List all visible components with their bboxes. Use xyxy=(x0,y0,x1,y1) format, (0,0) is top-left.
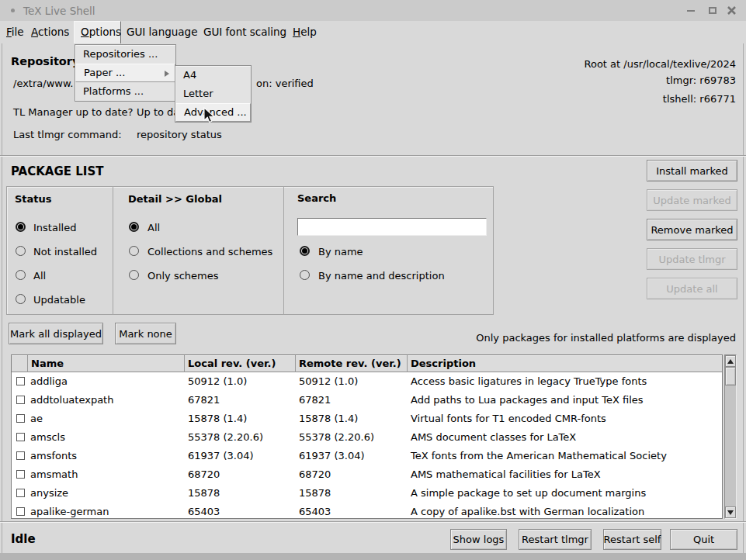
search-input[interactable] xyxy=(297,218,487,236)
radio-collections-schemes-label: Collections and schemes xyxy=(147,246,272,258)
table-row[interactable]: addtoluatexpath 67821 67821 Add paths to… xyxy=(12,391,722,410)
update-all-button[interactable]: Update all xyxy=(647,278,737,299)
detail-group-label: Detail >> Global xyxy=(128,193,222,205)
menu-options[interactable]: Options xyxy=(81,21,121,43)
titlebar: TeX Live Shell xyxy=(0,0,746,21)
cell-local-rev: 15878 (1.4) xyxy=(188,413,247,424)
uptodate-label: TL Manager up to date? xyxy=(13,106,133,118)
scroll-up-button[interactable] xyxy=(725,355,736,367)
menu-gui-language[interactable]: GUI language xyxy=(127,21,197,43)
update-marked-button[interactable]: Update marked xyxy=(647,189,737,211)
repository-verification: on: verified xyxy=(256,78,314,89)
tlshell-revision: tlshell: r66771 xyxy=(663,93,736,105)
cell-remote-rev: 55378 (2.20.6) xyxy=(299,431,374,443)
header-local-rev: Local rev. (ver.) xyxy=(185,355,296,372)
radio-all-status[interactable] xyxy=(16,270,26,280)
options-dropdown-menu: Repositories ... Paper ... Platforms ... xyxy=(75,44,176,102)
cell-local-rev: 68720 xyxy=(188,468,220,480)
menu-item-paper[interactable]: Paper ... xyxy=(75,64,175,82)
radio-installed-label: Installed xyxy=(33,222,76,233)
table-row[interactable]: amsmath 68720 68720 AMS mathematical fac… xyxy=(12,465,722,484)
radio-by-name-description[interactable] xyxy=(300,270,310,280)
cell-remote-rev: 15878 xyxy=(299,487,331,499)
section-divider xyxy=(0,155,746,157)
row-checkbox[interactable] xyxy=(16,451,25,460)
menu-actions[interactable]: Actions xyxy=(31,21,69,43)
scrollbar-thumb[interactable] xyxy=(725,367,736,385)
menu-item-platforms[interactable]: Platforms ... xyxy=(75,82,175,101)
section-divider xyxy=(0,521,746,523)
table-row[interactable]: apalike-german 65403 65403 A copy of apa… xyxy=(12,503,722,519)
table-row[interactable]: addliga 50912 (1.0) 50912 (1.0) Access b… xyxy=(12,372,722,391)
close-button[interactable] xyxy=(721,0,741,21)
tlmgr-revision: tlmgr: r69783 xyxy=(666,74,736,86)
table-row[interactable]: ae 15878 (1.4) 15878 (1.4) Virtual fonts… xyxy=(12,410,722,428)
radio-by-name[interactable] xyxy=(300,246,310,256)
row-checkbox[interactable] xyxy=(16,489,25,497)
cell-description: TeX fonts from the American Mathematical… xyxy=(411,450,667,461)
root-path: Root at /usr/local/texlive/2024 xyxy=(584,58,736,70)
quit-button[interactable]: Quit xyxy=(670,529,737,550)
minimize-button[interactable] xyxy=(681,0,701,21)
row-checkbox[interactable] xyxy=(16,396,25,404)
status-group-label: Status xyxy=(15,193,52,205)
row-checkbox[interactable] xyxy=(16,507,25,516)
radio-not-installed[interactable] xyxy=(16,246,26,256)
cell-name: amsmath xyxy=(30,468,78,480)
remove-marked-button[interactable]: Remove marked xyxy=(647,219,737,240)
table-row[interactable]: amsfonts 61937 (3.04) 61937 (3.04) TeX f… xyxy=(12,447,722,465)
restart-tlmgr-button[interactable]: Restart tlmgr xyxy=(519,529,592,550)
cell-description: AMS mathematical facilities for LaTeX xyxy=(411,468,601,480)
status-text: Idle xyxy=(11,532,36,546)
update-tlmgr-button[interactable]: Update tlmgr xyxy=(647,248,737,270)
menu-item-repositories[interactable]: Repositories ... xyxy=(75,45,175,64)
radio-only-schemes-label: Only schemes xyxy=(147,270,219,282)
row-checkbox[interactable] xyxy=(16,377,25,385)
radio-by-name-description-label: By name and description xyxy=(318,270,445,282)
radio-collections-schemes[interactable] xyxy=(129,246,139,256)
cell-local-rev: 61937 (3.04) xyxy=(188,450,254,461)
arrow-down-icon xyxy=(727,510,734,515)
header-checkbox-column xyxy=(12,355,28,372)
menu-help[interactable]: Help xyxy=(293,21,317,43)
cell-name: amscls xyxy=(30,431,65,443)
maximize-button[interactable] xyxy=(703,0,723,21)
window-title: TeX Live Shell xyxy=(23,5,95,17)
mark-none-button[interactable]: Mark none xyxy=(115,323,176,344)
table-row[interactable]: anysize 15878 15878 A simple package to … xyxy=(12,484,722,503)
table-row[interactable]: amscls 55378 (2.20.6) 55378 (2.20.6) AMS… xyxy=(12,428,722,447)
radio-updatable[interactable] xyxy=(16,294,26,304)
cell-description: AMS document classes for LaTeX xyxy=(411,431,576,443)
cell-description: A copy of apalike.bst with German locali… xyxy=(411,506,644,517)
restart-self-button[interactable]: Restart self xyxy=(603,529,661,550)
row-checkbox[interactable] xyxy=(16,470,25,479)
scroll-down-button[interactable] xyxy=(725,506,736,518)
cell-description: Virtual fonts for T1 encoded CMR-fonts xyxy=(411,413,606,424)
menubar: File Actions Options GUI language GUI fo… xyxy=(0,21,746,43)
row-checkbox[interactable] xyxy=(16,433,25,441)
menu-gui-font-scaling[interactable]: GUI font scaling xyxy=(203,21,286,43)
cell-name: apalike-german xyxy=(30,506,109,517)
platforms-note: Only packages for installed platforms ar… xyxy=(476,332,736,344)
header-name: Name xyxy=(28,355,185,372)
header-description: Description xyxy=(408,355,722,372)
radio-detail-all[interactable] xyxy=(129,222,139,232)
table-scrollbar[interactable] xyxy=(724,354,737,519)
row-checkbox[interactable] xyxy=(16,414,25,423)
cell-local-rev: 50912 (1.0) xyxy=(188,375,247,387)
submenu-item-a4[interactable]: A4 xyxy=(175,66,251,85)
cell-local-rev: 67821 xyxy=(188,394,220,406)
show-logs-button[interactable]: Show logs xyxy=(450,529,507,550)
cell-remote-rev: 67821 xyxy=(299,394,331,406)
mouse-cursor xyxy=(203,107,216,124)
radio-installed[interactable] xyxy=(16,222,26,232)
radio-only-schemes[interactable] xyxy=(129,270,139,280)
install-marked-button[interactable]: Install marked xyxy=(647,160,737,181)
cell-name: amsfonts xyxy=(30,450,77,461)
menu-file[interactable]: File xyxy=(6,21,24,43)
cell-description: Access basic ligatures in legacy TrueTyp… xyxy=(411,375,647,387)
mark-all-displayed-button[interactable]: Mark all displayed xyxy=(9,323,103,344)
submenu-item-letter[interactable]: Letter xyxy=(175,85,251,103)
cell-remote-rev: 50912 (1.0) xyxy=(299,375,358,387)
menu-item-paper-label: Paper ... xyxy=(84,67,125,78)
